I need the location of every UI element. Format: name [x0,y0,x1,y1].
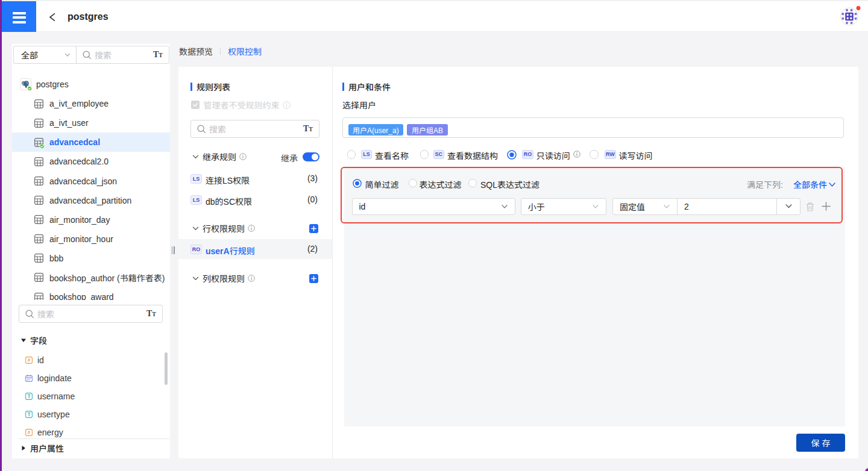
svg-text:T: T [27,411,31,417]
svg-text:#: # [28,358,31,363]
svg-text:#: # [28,430,31,435]
svg-text:T: T [27,393,31,399]
